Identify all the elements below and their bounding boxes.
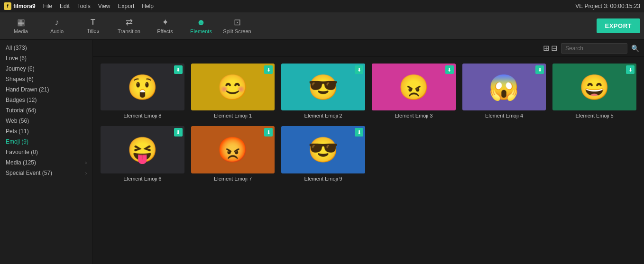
- item-label-emoji2: Element Emoji 2: [281, 113, 365, 118]
- thumb-emoji9: 😎 ⬇: [281, 126, 365, 173]
- sidebar-item-handdrawn[interactable]: Hand Drawn (21): [0, 84, 92, 95]
- sidebar-item-specialevent[interactable]: Special Event (57) ›: [0, 168, 92, 178]
- download-badge-emoji1[interactable]: ⬇: [264, 65, 273, 74]
- grid-view-button[interactable]: ⊞ ⊟: [543, 44, 557, 53]
- emoji-emoji9: 😎: [308, 137, 339, 162]
- thumb-emoji7: 😡 ⬇: [191, 126, 275, 173]
- thumb-emoji6: 😝 ⬇: [101, 126, 184, 173]
- item-label-emoji8: Element Emoji 8: [101, 113, 184, 118]
- sidebar-item-web[interactable]: Web (56): [0, 116, 92, 126]
- menu-help[interactable]: Help: [142, 3, 154, 9]
- emoji-emoji3: 😠: [398, 75, 429, 100]
- sidebar-item-badges[interactable]: Badges (12): [0, 95, 92, 105]
- export-button[interactable]: EXPORT: [597, 18, 640, 33]
- download-badge-emoji6[interactable]: ⬇: [174, 128, 183, 137]
- emoji-emoji4: 😱: [488, 75, 519, 100]
- grid-item-emoji7[interactable]: 😡 ⬇ Element Emoji 7: [191, 126, 275, 181]
- audio-label: Audio: [50, 28, 64, 34]
- grid-item-emoji5[interactable]: 😄 ⬇ Element Emoji 5: [552, 64, 636, 118]
- chevron-right-icon: ›: [85, 160, 87, 165]
- item-label-emoji7: Element Emoji 7: [191, 176, 275, 182]
- thumb-emoji4: 😱 ⬇: [462, 64, 546, 110]
- sidebar-item-love[interactable]: Love (6): [0, 53, 92, 64]
- toolbar-splitscreen[interactable]: ⊡ Split Screen: [220, 14, 254, 38]
- menu-file[interactable]: File: [43, 3, 52, 9]
- splitscreen-label: Split Screen: [223, 28, 251, 34]
- sidebar: All (373) Love (6) Journey (6) Shapes (6…: [0, 40, 93, 264]
- splitscreen-icon: ⊡: [234, 18, 241, 27]
- grid-item-emoji2[interactable]: 😎 ⬇ Element Emoji 2: [281, 64, 365, 118]
- content-area: ⊞ ⊟ 🔍 😲 ⬇ Element Emoji 8 😊 ⬇ Element Em…: [93, 40, 644, 264]
- emoji-emoji6: 😝: [127, 137, 158, 162]
- grid-area: 😲 ⬇ Element Emoji 8 😊 ⬇ Element Emoji 1 …: [93, 57, 644, 264]
- app-name: filmora9: [13, 3, 36, 9]
- sidebar-item-favourite[interactable]: Favourite (0): [0, 147, 92, 157]
- titles-icon: T: [91, 18, 95, 26]
- sidebar-item-emoji[interactable]: Emoji (9): [0, 137, 92, 147]
- app-logo: f filmora9: [4, 2, 36, 10]
- menu-export[interactable]: Export: [118, 3, 135, 9]
- main-area: All (373) Love (6) Journey (6) Shapes (6…: [0, 40, 644, 264]
- item-label-emoji3: Element Emoji 3: [372, 113, 456, 118]
- grid-item-emoji4[interactable]: 😱 ⬇ Element Emoji 4: [462, 64, 546, 118]
- elements-icon: ☻: [197, 18, 206, 27]
- emoji-emoji2: 😎: [308, 75, 339, 100]
- toolbar-effects[interactable]: ✦ Effects: [148, 14, 182, 38]
- emoji-emoji1: 😊: [217, 75, 248, 100]
- item-label-emoji9: Element Emoji 9: [281, 176, 365, 182]
- thumb-emoji1: 😊 ⬇: [191, 64, 275, 110]
- thumb-emoji5: 😄 ⬇: [552, 64, 636, 110]
- menu-tools[interactable]: Tools: [77, 3, 91, 9]
- item-label-emoji4: Element Emoji 4: [462, 113, 546, 118]
- download-badge-emoji4[interactable]: ⬇: [535, 65, 544, 74]
- toolbar-transition[interactable]: ⇄ Transition: [112, 14, 146, 38]
- menu-view[interactable]: View: [98, 3, 110, 9]
- grid-item-emoji3[interactable]: 😠 ⬇ Element Emoji 3: [372, 64, 456, 118]
- menu-bar: f filmora9 File Edit Tools View Export H…: [0, 0, 644, 12]
- menu-edit[interactable]: Edit: [60, 3, 70, 9]
- titles-label: Titles: [87, 28, 99, 34]
- download-badge-emoji7[interactable]: ⬇: [264, 128, 273, 137]
- grid-item-emoji1[interactable]: 😊 ⬇ Element Emoji 1: [191, 64, 275, 118]
- toolbar-titles[interactable]: T Titles: [76, 14, 110, 38]
- thumb-emoji8: 😲 ⬇: [101, 64, 184, 110]
- toolbar-media[interactable]: ▦ Media: [4, 14, 38, 38]
- toolbar-elements[interactable]: ☻ Elements: [184, 14, 218, 38]
- effects-label: Effects: [157, 28, 173, 34]
- elements-grid: 😲 ⬇ Element Emoji 8 😊 ⬇ Element Emoji 1 …: [101, 64, 636, 182]
- thumb-emoji2: 😎 ⬇: [281, 64, 365, 110]
- thumb-emoji3: 😠 ⬇: [372, 64, 456, 110]
- item-label-emoji6: Element Emoji 6: [101, 176, 184, 182]
- media-icon: ▦: [17, 18, 25, 27]
- item-label-emoji1: Element Emoji 1: [191, 113, 275, 118]
- effects-icon: ✦: [162, 18, 169, 27]
- download-badge-emoji3[interactable]: ⬇: [445, 65, 454, 74]
- toolbar-audio[interactable]: ♪ Audio: [40, 14, 74, 38]
- sidebar-item-media[interactable]: Media (125) ›: [0, 157, 92, 168]
- sidebar-item-shapes[interactable]: Shapes (6): [0, 74, 92, 84]
- grid-item-emoji8[interactable]: 😲 ⬇ Element Emoji 8: [101, 64, 184, 118]
- sidebar-item-pets[interactable]: Pets (11): [0, 126, 92, 137]
- sidebar-item-tutorial[interactable]: Tutorial (64): [0, 105, 92, 116]
- audio-icon: ♪: [55, 18, 59, 27]
- media-label: Media: [14, 28, 28, 34]
- search-bar: ⊞ ⊟ 🔍: [93, 40, 644, 57]
- download-badge-emoji9[interactable]: ⬇: [355, 128, 363, 137]
- toolbar: ▦ Media ♪ Audio T Titles ⇄ Transition ✦ …: [0, 12, 644, 40]
- sidebar-item-all[interactable]: All (373): [0, 43, 92, 53]
- emoji-emoji7: 😡: [217, 137, 248, 162]
- download-badge-emoji2[interactable]: ⬇: [355, 65, 363, 74]
- grid-item-emoji6[interactable]: 😝 ⬇ Element Emoji 6: [101, 126, 184, 181]
- transition-label: Transition: [118, 28, 140, 34]
- search-input[interactable]: [561, 43, 627, 54]
- emoji-emoji5: 😄: [579, 75, 610, 100]
- download-badge-emoji8[interactable]: ⬇: [174, 65, 183, 74]
- logo-icon: f: [4, 2, 11, 10]
- download-badge-emoji5[interactable]: ⬇: [626, 65, 635, 74]
- item-label-emoji5: Element Emoji 5: [552, 113, 636, 118]
- sidebar-item-journey[interactable]: Journey (6): [0, 64, 92, 74]
- emoji-emoji8: 😲: [127, 75, 158, 100]
- transition-icon: ⇄: [126, 18, 133, 27]
- search-button[interactable]: 🔍: [631, 45, 639, 52]
- grid-item-emoji9[interactable]: 😎 ⬇ Element Emoji 9: [281, 126, 365, 181]
